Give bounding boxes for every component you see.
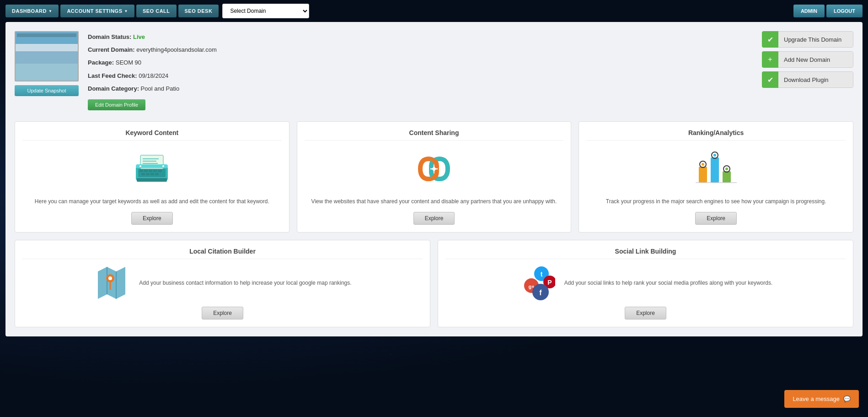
local-citation-title: Local Citation Builder	[22, 248, 423, 259]
svg-rect-10	[155, 173, 159, 175]
local-citation-desc: Add your business contact information to…	[139, 279, 351, 287]
keyword-content-card: Keyword Content	[15, 121, 289, 233]
logout-button[interactable]: LOGOUT	[826, 5, 863, 17]
last-feed: Last Feed Check: 09/18/2024	[88, 72, 753, 80]
svg-rect-7	[141, 173, 145, 175]
cards-bottom-grid: Local Citation Builder Add your business	[15, 240, 853, 327]
svg-rect-20	[699, 167, 707, 183]
social-link-explore-button[interactable]: Explore	[625, 307, 666, 320]
main-container: Update Snapshot Domain Status: Live Curr…	[5, 22, 863, 336]
add-icon: +	[762, 51, 778, 68]
upgrade-icon: ✔	[762, 31, 778, 48]
domain-select[interactable]: Select Domain	[222, 4, 309, 18]
edit-domain-button[interactable]: Edit Domain Profile	[88, 99, 145, 110]
dashboard-label: DASHBOARD	[12, 8, 47, 14]
svg-rect-4	[149, 170, 152, 172]
svg-rect-5	[153, 170, 157, 172]
content-sharing-title: Content Sharing	[305, 129, 564, 141]
keyword-content-title: Keyword Content	[22, 129, 282, 141]
svg-point-28	[725, 168, 728, 170]
account-settings-label: ACCOUNT SETTINGS	[67, 8, 122, 14]
svg-text:P: P	[547, 279, 552, 286]
seo-call-label: SEO CALL	[143, 8, 170, 14]
map-icon	[93, 265, 130, 301]
account-settings-chevron-icon: ▼	[124, 9, 128, 13]
svg-rect-8	[146, 173, 150, 175]
download-icon: ✔	[762, 71, 778, 88]
svg-rect-16	[137, 178, 167, 182]
social-link-title: Social Link Building	[445, 248, 846, 259]
download-plugin-button[interactable]: ✔ Download Plugin	[762, 71, 853, 88]
keyword-content-desc: Here you can manage your target keywords…	[35, 197, 269, 206]
svg-point-18	[162, 165, 164, 167]
upgrade-domain-label: Upgrade This Domain	[778, 31, 853, 48]
upgrade-domain-button[interactable]: ✔ Upgrade This Domain	[762, 31, 853, 48]
domain-status: Domain Status: Live	[88, 33, 753, 41]
domain-info: Domain Status: Live Current Domain: ever…	[88, 31, 753, 110]
chat-icon: 💬	[843, 395, 851, 402]
seo-desk-button[interactable]: SEO DESK	[178, 5, 219, 17]
cards-top-grid: Keyword Content	[15, 121, 853, 233]
package-info: Package: SEOM 90	[88, 59, 753, 67]
social-icon: t P g+ f	[519, 265, 555, 301]
ranking-explore-button[interactable]: Explore	[695, 212, 737, 225]
content-sharing-card: Content Sharing View the websites that h…	[297, 121, 572, 233]
social-link-card: Social Link Building t P g+	[438, 240, 853, 327]
local-citation-explore-button[interactable]: Explore	[202, 307, 243, 320]
domain-snapshot: Update Snapshot	[15, 31, 79, 96]
content-sharing-explore-button[interactable]: Explore	[413, 212, 455, 225]
svg-point-17	[139, 165, 141, 167]
domain-category: Domain Category: Pool and Patio	[88, 85, 753, 93]
snapshot-image	[15, 31, 79, 81]
svg-rect-22	[723, 171, 731, 183]
svg-rect-6	[158, 170, 161, 172]
add-new-domain-button[interactable]: + Add New Domain	[762, 51, 853, 68]
local-citation-content: Add your business contact information to…	[93, 265, 351, 301]
social-link-desc: Add your social links to help rank your …	[564, 279, 773, 287]
account-settings-button[interactable]: ACCOUNT SETTINGS ▼	[60, 5, 134, 17]
svg-rect-9	[150, 173, 154, 175]
social-link-content: t P g+ f Add your social links to help r…	[519, 265, 773, 301]
typewriter-icon	[129, 146, 175, 192]
domain-actions: ✔ Upgrade This Domain + Add New Domain ✔…	[762, 31, 853, 88]
keyword-explore-button[interactable]: Explore	[131, 212, 173, 225]
chain-icon	[411, 146, 457, 192]
domain-section: Update Snapshot Domain Status: Live Curr…	[15, 31, 853, 110]
update-snapshot-button[interactable]: Update Snapshot	[15, 85, 79, 96]
svg-point-24	[702, 163, 704, 166]
svg-text:f: f	[539, 289, 542, 297]
analytics-icon	[693, 146, 739, 192]
dashboard-chevron-icon: ▼	[48, 9, 52, 13]
admin-button[interactable]: ADMIN	[793, 5, 825, 17]
ranking-analytics-title: Ranking/Analytics	[586, 129, 846, 141]
add-new-domain-label: Add New Domain	[778, 51, 853, 68]
svg-rect-2	[139, 170, 143, 172]
current-domain: Current Domain: everything4poolsandsolar…	[88, 46, 753, 54]
dashboard-button[interactable]: DASHBOARD ▼	[5, 5, 59, 17]
ranking-analytics-desc: Track your progress in the major search …	[606, 197, 826, 206]
live-chat-button[interactable]: Leave a message 💬	[784, 390, 859, 408]
download-plugin-label: Download Plugin	[778, 71, 853, 88]
content-sharing-desc: View the websites that have shared your …	[311, 197, 557, 206]
navbar-right: ADMIN LOGOUT	[793, 5, 863, 17]
svg-point-26	[713, 154, 716, 157]
svg-rect-3	[144, 170, 148, 172]
seo-desk-label: SEO DESK	[185, 8, 213, 14]
local-citation-card: Local Citation Builder Add your business	[15, 240, 430, 327]
svg-rect-21	[711, 157, 719, 183]
svg-point-31	[108, 276, 112, 280]
ranking-analytics-card: Ranking/Analytics T	[579, 121, 853, 233]
svg-text:t: t	[540, 271, 542, 278]
seo-call-button[interactable]: SEO CALL	[136, 5, 177, 17]
navbar: DASHBOARD ▼ ACCOUNT SETTINGS ▼ SEO CALL …	[0, 0, 868, 22]
